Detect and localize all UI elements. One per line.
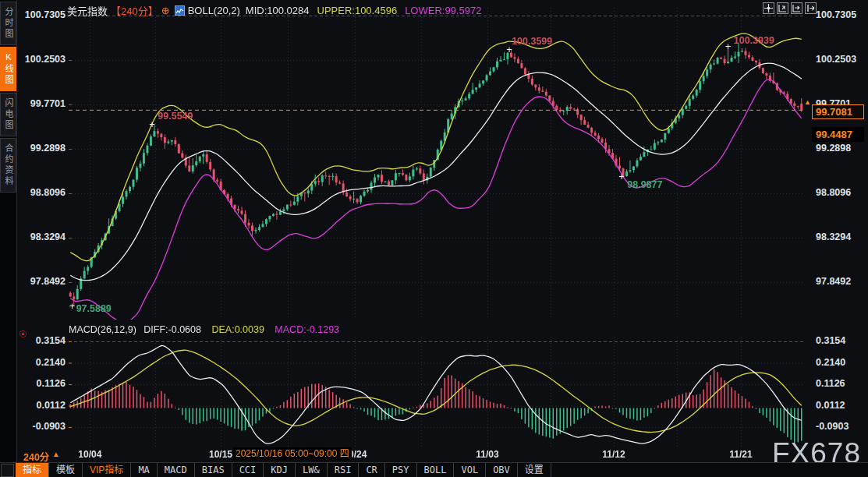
macd-alert-icon[interactable] bbox=[19, 330, 27, 337]
macd-chart-canvas[interactable] bbox=[69, 337, 803, 448]
pan-forward-icon[interactable] bbox=[805, 2, 817, 14]
toolbar-btn-ma[interactable]: MA bbox=[131, 463, 157, 477]
boll-lower-value: LOWER:99.5972 bbox=[405, 5, 481, 16]
macd-axis-label: -0.0903 bbox=[19, 421, 66, 432]
price-axis-label: 100.2503 bbox=[19, 54, 66, 65]
price-axis-label: 97.8492 bbox=[816, 276, 863, 287]
time-axis: 240分 ▲ 10/0410/1510/2411/0311/1211/21202… bbox=[0, 447, 868, 462]
candlestick-chart-canvas[interactable] bbox=[69, 8, 803, 320]
toolbar-btn-psy[interactable]: PSY bbox=[385, 463, 417, 477]
previous-price-box: 99.4487 bbox=[812, 127, 864, 142]
date-axis-label: 11/12 bbox=[597, 449, 631, 460]
period-label: 【240分】 bbox=[111, 5, 158, 17]
price-axis-label: 98.3294 bbox=[816, 231, 863, 242]
macd-dea-value: DEA:0.0039 bbox=[211, 324, 264, 335]
price-axis-label: 99.7701 bbox=[19, 98, 66, 109]
price-axis-label: 100.7305 bbox=[816, 9, 863, 20]
sidebar-tab-time-share[interactable]: 分时图 bbox=[0, 2, 16, 45]
price-annotation: 100.3599 bbox=[512, 36, 552, 47]
price-annotation: 100.3939 bbox=[734, 35, 774, 46]
price-annotation: 99.5549 bbox=[158, 111, 193, 122]
toolbar-btn-cci[interactable]: CCI bbox=[232, 463, 264, 477]
macd-axis-label: 0.0112 bbox=[19, 400, 66, 411]
price-axis-label: 99.2898 bbox=[816, 143, 863, 154]
toolbar-btn-obv[interactable]: OBV bbox=[486, 463, 518, 477]
zoom-y-axis-icon[interactable] bbox=[777, 2, 788, 14]
extreme-marker-cross: + bbox=[618, 171, 625, 182]
move-crosshair-icon[interactable] bbox=[763, 2, 774, 14]
circle-plus-icon[interactable]: ⊕ bbox=[161, 5, 170, 16]
price-axis-label: 100.7305 bbox=[19, 9, 66, 20]
toolbar-btn-kdj[interactable]: KDJ bbox=[264, 463, 296, 477]
time-range-tooltip: 2025/10/16 05:00~09:00 四 bbox=[233, 447, 352, 461]
price-axis-label: 100.2503 bbox=[816, 54, 863, 65]
toolbar-btn-rsi[interactable]: RSI bbox=[328, 463, 360, 477]
macd-axis-label: 0.0112 bbox=[816, 400, 863, 411]
macd-axis-label: 0.1126 bbox=[816, 378, 863, 389]
zoom-x-axis-icon[interactable] bbox=[791, 2, 802, 14]
macd-axis-label: 0.3154 bbox=[816, 335, 863, 346]
sidebar-tab-kline[interactable]: K线图 bbox=[0, 47, 16, 91]
toolbar-btn-vol[interactable]: VOL bbox=[454, 463, 486, 477]
date-axis-label: 11/21 bbox=[724, 449, 758, 460]
toolbar-tab-indicators[interactable]: 指标 bbox=[16, 463, 49, 477]
macd-axis-label: 0.3154 bbox=[19, 335, 66, 346]
toolbar-btn-boll[interactable]: BOLL bbox=[417, 463, 455, 477]
sidebar-tab-lightning[interactable]: 闪电图 bbox=[0, 93, 16, 136]
toolbar-btn-lwr[interactable]: LW& bbox=[296, 463, 328, 477]
toolbar-btn-bias[interactable]: BIAS bbox=[195, 463, 232, 477]
interval-dropdown-icon[interactable]: ▲ bbox=[52, 450, 60, 458]
toolbar-btn-cr[interactable]: CR bbox=[359, 463, 384, 477]
mini-chart-icon[interactable] bbox=[175, 5, 185, 16]
macd-axis-label: -0.0903 bbox=[816, 421, 863, 432]
boll-upper-value: UPPER:100.4596 bbox=[317, 5, 398, 16]
date-axis-label: 10/04 bbox=[73, 449, 107, 460]
macd-header: MACD(26,12,9) DIFF:-0.0608 DEA:0.0039 MA… bbox=[69, 324, 339, 335]
price-annotation: 98.9877 bbox=[627, 179, 662, 190]
extreme-marker-cross: + bbox=[149, 118, 155, 130]
sidebar-tab-contract-info[interactable]: 合约资料 bbox=[0, 138, 16, 193]
macd-macd-value: MACD:-0.1293 bbox=[275, 324, 339, 335]
boll-mid-value: MID:100.0284 bbox=[246, 5, 310, 16]
extreme-marker-cross: + bbox=[69, 300, 76, 312]
trading-app-window: 分时图K线图闪电图合约资料 美元指数【240分】⊕BOLL(20,2)MID:1… bbox=[0, 0, 868, 477]
current-price-box: 99.7081 bbox=[812, 104, 864, 119]
extreme-marker-cross: + bbox=[725, 41, 732, 52]
date-axis-label: 11/03 bbox=[470, 449, 505, 460]
price-axis-label: 98.3294 bbox=[19, 231, 66, 242]
symbol-title: 美元指数 bbox=[67, 5, 108, 17]
chart-header: 美元指数【240分】⊕BOLL(20,2)MID:100.0284UPPER:1… bbox=[67, 3, 481, 16]
price-axis-label: 99.2898 bbox=[19, 143, 66, 154]
macd-axis-label: 0.2140 bbox=[19, 357, 66, 368]
macd-diff-value: DIFF:-0.0608 bbox=[143, 324, 201, 335]
toolbar-tab-templates[interactable]: 模板 bbox=[49, 463, 83, 477]
price-axis-label: 98.8096 bbox=[816, 187, 863, 198]
macd-axis-label: 0.1126 bbox=[19, 378, 66, 389]
price-annotation: 97.5889 bbox=[76, 303, 112, 314]
macd-params-label: MACD(26,12,9) bbox=[69, 324, 136, 335]
toolbar-btn-macd[interactable]: MACD bbox=[158, 463, 195, 477]
toolbar-tab-vip-indicators[interactable]: VIP指标 bbox=[83, 463, 131, 477]
price-up-arrow-icon: ▲ bbox=[804, 98, 811, 106]
chart-tool-icons bbox=[763, 2, 817, 14]
price-axis-label: 97.8492 bbox=[19, 276, 66, 287]
price-axis-label: 98.8096 bbox=[19, 187, 66, 198]
toolbar-btn-settings[interactable]: 设置 bbox=[518, 463, 551, 477]
macd-axis-label: 0.2140 bbox=[816, 357, 863, 368]
toolbar-corner-button[interactable] bbox=[1, 464, 14, 477]
indicator-toolbar: 指标模板VIP指标MAMACDBIASCCIKDJLW&RSICRPSYBOLL… bbox=[0, 462, 868, 477]
boll-indicator-label: BOLL(20,2) bbox=[188, 5, 240, 16]
chart-type-sidebar: 分时图K线图闪电图合约资料 bbox=[0, 0, 17, 477]
